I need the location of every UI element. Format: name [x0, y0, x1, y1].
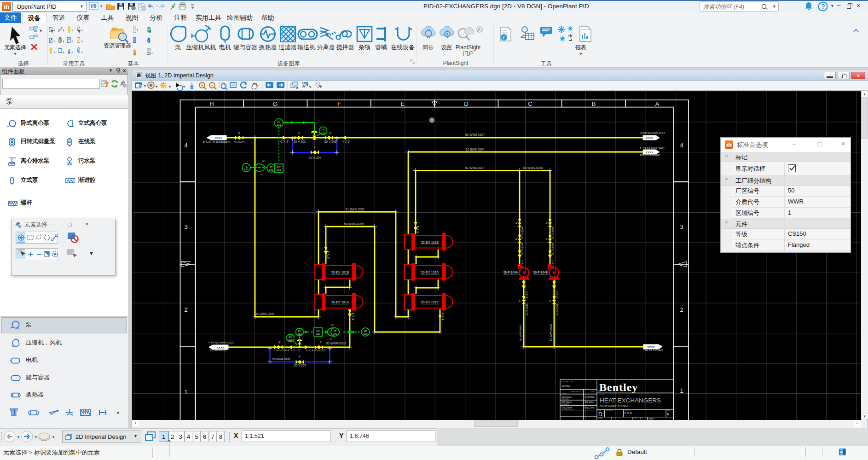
svg-text:4': 4' [298, 131, 301, 134]
svg-text:4' X 6': 4' X 6' [342, 140, 350, 143]
svg-text:50-V-206 4' X 3': 50-V-206 4' X 3' [276, 349, 295, 352]
svg-text:Contract: Contract [561, 384, 571, 387]
svg-text:6' X 4': 6' X 4' [327, 250, 330, 259]
svg-text:021: 021 [277, 123, 281, 126]
svg-text:SOUR WATER SYSTEM: SOUR WATER SYSTEM [600, 405, 628, 408]
svg-text:50-V-202: 50-V-202 [294, 140, 306, 143]
svg-text:50-P-104A: 50-P-104A [503, 271, 518, 274]
svg-text:50-WWS-0301: 50-WWS-0301 [519, 324, 522, 341]
svg-text:4' X 6': 4' X 6' [352, 312, 355, 320]
svg-text:50-V-209A: 50-V-209A [521, 243, 524, 255]
svg-text:Eng_Date: Eng_Date [584, 407, 595, 409]
svg-text:b: b [667, 413, 669, 416]
svg-text:4': 4' [546, 222, 548, 225]
svg-text:020: 020 [297, 332, 301, 335]
svg-text:4': 4' [515, 222, 517, 225]
svg-text:020: 020 [363, 332, 367, 335]
svg-text:XXXX: XXXX [215, 137, 222, 140]
svg-text:DRAWN: DRAWN [561, 393, 567, 395]
svg-text:3' X 4': 3' X 4' [521, 260, 524, 267]
svg-text:020: 020 [288, 338, 292, 341]
svg-text:▼: ▼ [168, 85, 172, 89]
svg-text:▼: ▼ [116, 411, 120, 415]
svg-text:50-WWS-0107: 50-WWS-0107 [465, 133, 485, 136]
svg-text:F: F [337, 100, 341, 107]
svg-text:3: 3 [680, 223, 683, 230]
svg-text:50-V-201: 50-V-201 [234, 140, 246, 144]
svg-text:HEAT EXCHANGERS: HEAT EXCHANGERS [600, 397, 661, 404]
svg-text:H: H [209, 100, 214, 107]
svg-text:D: D [464, 100, 468, 107]
svg-text:G: G [273, 100, 278, 107]
svg-text:50-V-209B: 50-V-209B [551, 243, 554, 255]
svg-text:XXXX: XXXX [647, 346, 654, 349]
svg-text:50-V-210A: 50-V-210A [521, 227, 524, 239]
svg-text:i: i [503, 35, 504, 40]
svg-text:3': 3' [298, 349, 300, 352]
svg-text:XXXX: XXXX [646, 151, 653, 154]
svg-text:▼: ▼ [143, 84, 147, 88]
svg-text:6'-P8-50-SWS-0107: 6'-P8-50-SWS-0107 [640, 132, 665, 134]
svg-text:3: 3 [184, 223, 187, 230]
svg-text:3' X 4' 50-V-205: 3' X 4' 50-V-205 [306, 349, 326, 352]
svg-text:ENGINEER: ENGINEER [561, 403, 569, 405]
svg-text:50-V-208A: 50-V-208A [526, 303, 528, 315]
svg-text:50-V-210B: 50-V-210B [551, 227, 554, 239]
svg-text:1: 1 [680, 387, 683, 394]
svg-text:6' X 4': 6' X 4' [280, 140, 289, 143]
svg-text:020: 020 [333, 332, 337, 335]
svg-text:3' X 4': 3' X 4' [551, 260, 554, 267]
svg-text:2/15/2020: 2/15/2020 [584, 396, 595, 398]
svg-text:50-V-204: 50-V-204 [309, 156, 321, 159]
svg-text:50-EX-101D: 50-EX-101D [421, 271, 439, 274]
svg-text:51-SWS-0202: 51-SWS-0202 [346, 208, 365, 211]
svg-text:CHECKED: CHECKED [561, 398, 569, 400]
svg-text:4': 4' [515, 238, 517, 241]
svg-text:P ID 02: P ID 02 [625, 412, 632, 414]
svg-text:▼: ▼ [308, 85, 312, 89]
svg-text:50-SWS-0201: 50-SWS-0201 [256, 312, 275, 315]
svg-text:6': 6' [550, 299, 551, 302]
svg-text:50-P-104B: 50-P-104B [533, 271, 548, 274]
svg-text:TITLE: TITLE [599, 394, 604, 396]
svg-text:6': 6' [519, 299, 521, 302]
svg-text:4': 4' [546, 238, 548, 241]
svg-text:▼: ▼ [52, 435, 55, 439]
svg-text:6': 6' [238, 131, 241, 134]
svg-text:020: 020 [316, 332, 320, 335]
svg-text:APPROVED: APPROVED [571, 391, 580, 393]
svg-text:SCALE: SCALE [598, 417, 602, 419]
svg-text:E: E [401, 100, 405, 107]
svg-text:A: A [655, 100, 660, 107]
svg-text:IV: IV [330, 338, 332, 341]
svg-text:50-EX-101B: 50-EX-101B [331, 271, 349, 274]
svg-text:B: B [592, 100, 596, 107]
svg-text:XXXX: XXXX [217, 346, 224, 349]
svg-text:50-WWS-0205: 50-WWS-0205 [344, 222, 364, 226]
svg-text:6' X 4': 6' X 4' [556, 291, 559, 298]
svg-text:XXXX: XXXX [646, 137, 653, 140]
svg-text:6' X 4': 6' X 4' [417, 225, 420, 233]
svg-text:TILE: TILE [598, 390, 601, 392]
svg-text:Bentley: Bentley [599, 381, 638, 393]
svg-text:4': 4' [314, 146, 316, 149]
svg-text:IV: IV [331, 324, 334, 326]
svg-text:021: 021 [244, 168, 248, 171]
svg-text:021: 021 [277, 169, 281, 171]
svg-text:50-WWR-0201: 50-WWR-0201 [272, 358, 290, 361]
svg-text:50-WWR-0203: 50-WWR-0203 [326, 342, 346, 345]
svg-text:4: 4 [184, 142, 187, 149]
svg-text:50-EX-101C: 50-EX-101C [421, 301, 439, 304]
svg-text:IV: IV [262, 160, 265, 163]
svg-text:C: C [528, 100, 532, 107]
svg-text:51-WWS-0207: 51-WWS-0207 [465, 166, 485, 169]
svg-text:50-V-208B: 50-V-208B [556, 303, 559, 315]
svg-text:4': 4' [330, 131, 332, 134]
svg-text:▼: ▼ [182, 85, 186, 89]
svg-text:2: 2 [184, 306, 187, 313]
svg-text:1: 1 [184, 389, 187, 396]
svg-text:021: 021 [321, 131, 325, 134]
svg-text:SAT&T: SAT&T [648, 418, 654, 420]
svg-text:REV: REV [667, 410, 670, 412]
svg-text:4': 4' [299, 355, 301, 358]
